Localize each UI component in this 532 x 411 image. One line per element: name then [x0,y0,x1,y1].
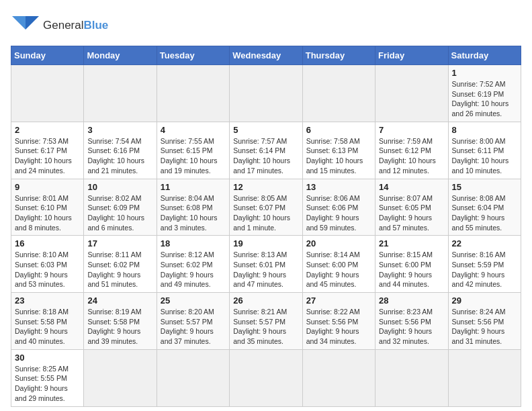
calendar-cell [302,349,375,406]
day-number: 26 [233,295,298,306]
calendar-cell [448,349,521,406]
day-number: 7 [379,125,444,135]
calendar-cell: 14Sunrise: 8:07 AM Sunset: 6:05 PM Dayli… [375,179,448,236]
day-number: 2 [15,125,80,135]
day-info: Sunrise: 7:54 AM Sunset: 6:16 PM Dayligh… [87,136,152,176]
day-info: Sunrise: 8:11 AM Sunset: 6:02 PM Dayligh… [87,250,152,289]
day-number: 3 [87,125,152,135]
day-info: Sunrise: 8:25 AM Sunset: 5:55 PM Dayligh… [15,364,80,404]
day-number: 20 [306,238,371,248]
day-info: Sunrise: 8:08 AM Sunset: 6:04 PM Dayligh… [452,193,517,233]
day-info: Sunrise: 8:05 AM Sunset: 6:07 PM Dayligh… [233,193,298,233]
day-number: 21 [379,238,444,248]
day-number: 9 [15,182,80,192]
calendar-week-1: 2Sunrise: 7:53 AM Sunset: 6:17 PM Daylig… [11,122,521,179]
header-day-tuesday: Tuesday [157,46,229,65]
day-number: 17 [87,238,152,248]
day-number: 5 [233,125,298,135]
calendar-week-2: 9Sunrise: 8:01 AM Sunset: 6:10 PM Daylig… [11,179,521,236]
calendar-cell: 18Sunrise: 8:12 AM Sunset: 6:02 PM Dayli… [157,236,229,293]
day-number: 29 [452,295,517,306]
header-day-friday: Friday [375,46,448,65]
day-info: Sunrise: 8:24 AM Sunset: 5:56 PM Dayligh… [452,307,517,347]
day-number: 18 [161,238,226,248]
calendar-cell [84,65,157,122]
calendar-week-5: 30Sunrise: 8:25 AM Sunset: 5:55 PM Dayli… [11,349,521,406]
calendar-cell: 15Sunrise: 8:08 AM Sunset: 6:04 PM Dayli… [448,179,521,236]
calendar-cell [302,65,375,122]
day-number: 15 [452,182,517,192]
calendar-cell: 2Sunrise: 7:53 AM Sunset: 6:17 PM Daylig… [11,122,84,179]
day-info: Sunrise: 8:06 AM Sunset: 6:06 PM Dayligh… [306,193,371,233]
calendar-cell: 1Sunrise: 7:52 AM Sunset: 6:19 PM Daylig… [448,65,521,122]
generalblue-logo-icon [11,11,40,40]
day-number: 28 [379,295,444,306]
calendar-cell: 16Sunrise: 8:10 AM Sunset: 6:03 PM Dayli… [11,236,84,293]
day-info: Sunrise: 8:02 AM Sunset: 6:09 PM Dayligh… [87,193,152,233]
calendar-cell: 27Sunrise: 8:22 AM Sunset: 5:56 PM Dayli… [302,293,375,350]
calendar-cell: 24Sunrise: 8:19 AM Sunset: 5:58 PM Dayli… [84,293,157,350]
calendar-cell: 9Sunrise: 8:01 AM Sunset: 6:10 PM Daylig… [11,179,84,236]
calendar-cell: 12Sunrise: 8:05 AM Sunset: 6:07 PM Dayli… [230,179,302,236]
day-number: 6 [306,125,371,135]
header-day-wednesday: Wednesday [230,46,302,65]
calendar-cell [375,65,448,122]
day-info: Sunrise: 8:20 AM Sunset: 5:57 PM Dayligh… [161,307,226,347]
calendar-cell: 26Sunrise: 8:21 AM Sunset: 5:57 PM Dayli… [230,293,302,350]
calendar-cell: 23Sunrise: 8:18 AM Sunset: 5:58 PM Dayli… [11,293,84,350]
day-number: 4 [161,125,226,135]
calendar-cell: 28Sunrise: 8:23 AM Sunset: 5:56 PM Dayli… [375,293,448,350]
day-info: Sunrise: 8:21 AM Sunset: 5:57 PM Dayligh… [233,307,298,347]
header-day-monday: Monday [84,46,157,65]
day-number: 13 [306,182,371,192]
day-number: 25 [161,295,226,306]
day-number: 8 [452,125,517,135]
svg-marker-0 [12,16,26,30]
calendar-cell: 10Sunrise: 8:02 AM Sunset: 6:09 PM Dayli… [84,179,157,236]
calendar-week-4: 23Sunrise: 8:18 AM Sunset: 5:58 PM Dayli… [11,293,521,350]
calendar-cell: 5Sunrise: 7:57 AM Sunset: 6:14 PM Daylig… [230,122,302,179]
day-info: Sunrise: 8:23 AM Sunset: 5:56 PM Dayligh… [379,307,444,347]
calendar-cell [11,65,84,122]
logo-text: GeneralBlue [43,19,108,32]
header-day-thursday: Thursday [302,46,375,65]
day-info: Sunrise: 7:59 AM Sunset: 6:12 PM Dayligh… [379,136,444,176]
calendar-cell: 6Sunrise: 7:58 AM Sunset: 6:13 PM Daylig… [302,122,375,179]
calendar-body: 1Sunrise: 7:52 AM Sunset: 6:19 PM Daylig… [11,65,521,407]
calendar-cell: 8Sunrise: 8:00 AM Sunset: 6:11 PM Daylig… [448,122,521,179]
calendar-cell: 17Sunrise: 8:11 AM Sunset: 6:02 PM Dayli… [84,236,157,293]
calendar-header: SundayMondayTuesdayWednesdayThursdayFrid… [11,46,521,65]
day-number: 1 [452,68,517,78]
day-info: Sunrise: 8:07 AM Sunset: 6:05 PM Dayligh… [379,193,444,233]
day-info: Sunrise: 8:16 AM Sunset: 5:59 PM Dayligh… [452,250,517,289]
day-info: Sunrise: 8:04 AM Sunset: 6:08 PM Dayligh… [161,193,226,233]
day-number: 22 [452,238,517,248]
day-number: 24 [87,295,152,306]
day-info: Sunrise: 7:57 AM Sunset: 6:14 PM Dayligh… [233,136,298,176]
calendar-cell [230,349,302,406]
day-info: Sunrise: 8:10 AM Sunset: 6:03 PM Dayligh… [15,250,80,289]
calendar-cell: 22Sunrise: 8:16 AM Sunset: 5:59 PM Dayli… [448,236,521,293]
day-info: Sunrise: 8:00 AM Sunset: 6:11 PM Dayligh… [452,136,517,176]
calendar-cell [375,349,448,406]
header-day-sunday: Sunday [11,46,84,65]
header-row: SundayMondayTuesdayWednesdayThursdayFrid… [11,46,521,65]
day-number: 12 [233,182,298,192]
calendar-cell [157,65,229,122]
calendar-cell: 13Sunrise: 8:06 AM Sunset: 6:06 PM Dayli… [302,179,375,236]
day-number: 16 [15,238,80,248]
calendar-table: SundayMondayTuesdayWednesdayThursdayFrid… [11,46,521,407]
calendar-cell: 3Sunrise: 7:54 AM Sunset: 6:16 PM Daylig… [84,122,157,179]
calendar-cell [230,65,302,122]
day-number: 30 [15,353,80,363]
day-info: Sunrise: 8:22 AM Sunset: 5:56 PM Dayligh… [306,307,371,347]
calendar-cell: 7Sunrise: 7:59 AM Sunset: 6:12 PM Daylig… [375,122,448,179]
day-number: 23 [15,295,80,306]
calendar-cell: 25Sunrise: 8:20 AM Sunset: 5:57 PM Dayli… [157,293,229,350]
day-info: Sunrise: 7:58 AM Sunset: 6:13 PM Dayligh… [306,136,371,176]
calendar-week-0: 1Sunrise: 7:52 AM Sunset: 6:19 PM Daylig… [11,65,521,122]
day-info: Sunrise: 8:15 AM Sunset: 6:00 PM Dayligh… [379,250,444,289]
calendar-week-3: 16Sunrise: 8:10 AM Sunset: 6:03 PM Dayli… [11,236,521,293]
day-info: Sunrise: 8:14 AM Sunset: 6:00 PM Dayligh… [306,250,371,289]
day-info: Sunrise: 8:13 AM Sunset: 6:01 PM Dayligh… [233,250,298,289]
